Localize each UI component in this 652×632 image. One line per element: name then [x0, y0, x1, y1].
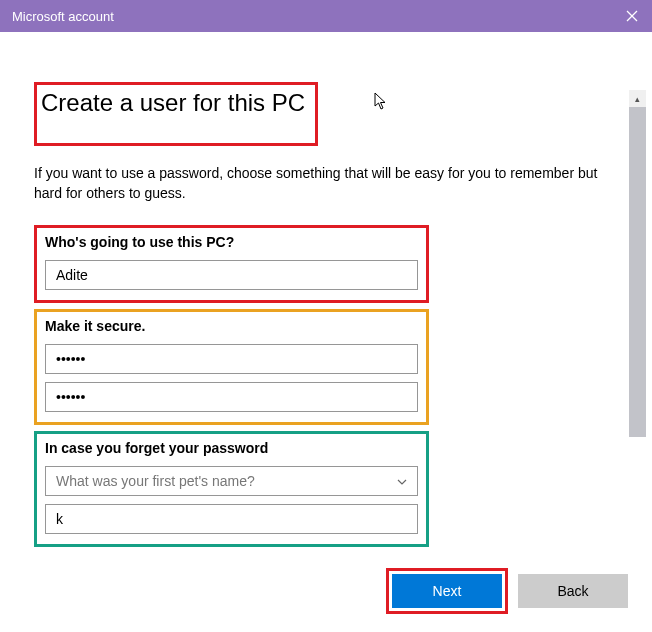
page-heading: Create a user for this PC [41, 89, 305, 117]
footer: Next Back [386, 568, 628, 614]
scrollbar[interactable]: ▴ ▾ [629, 90, 646, 547]
username-input[interactable] [45, 260, 418, 290]
next-button-highlight: Next [386, 568, 508, 614]
password-input[interactable] [45, 344, 418, 374]
back-button[interactable]: Back [518, 574, 628, 608]
close-icon [626, 10, 638, 22]
security-answer-input[interactable] [45, 504, 418, 534]
close-button[interactable] [612, 0, 652, 32]
recovery-label: In case you forget your password [45, 440, 418, 456]
security-question-select[interactable] [45, 466, 418, 504]
titlebar: Microsoft account [0, 0, 652, 32]
section-password: Make it secure. [34, 309, 429, 425]
password-label: Make it secure. [45, 318, 418, 334]
confirm-password-input[interactable] [45, 382, 418, 412]
scroll-up-button[interactable]: ▴ [629, 90, 646, 107]
page-subtext: If you want to use a password, choose so… [34, 164, 618, 203]
heading-highlight: Create a user for this PC [34, 82, 318, 146]
section-recovery: In case you forget your password [34, 431, 429, 547]
caret-up-icon: ▴ [635, 94, 640, 104]
username-label: Who's going to use this PC? [45, 234, 418, 250]
security-question-display[interactable] [45, 466, 418, 496]
section-username: Who's going to use this PC? [34, 225, 429, 303]
window-title: Microsoft account [12, 9, 114, 24]
scrollbar-thumb[interactable] [629, 107, 646, 437]
content-area: Create a user for this PC If you want to… [0, 32, 652, 547]
next-button[interactable]: Next [392, 574, 502, 608]
